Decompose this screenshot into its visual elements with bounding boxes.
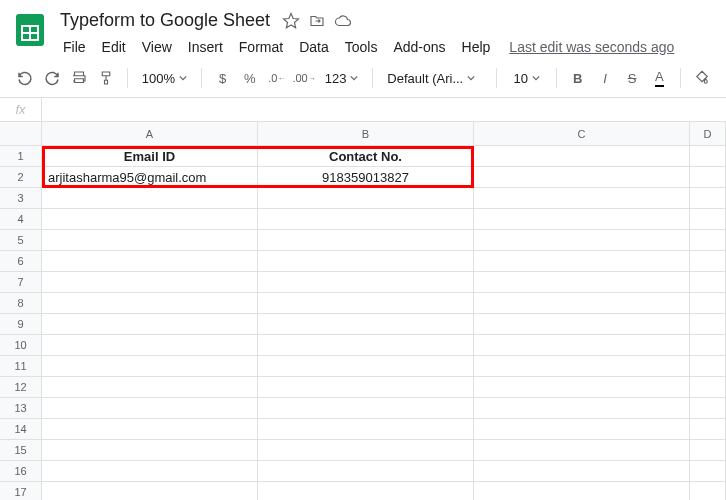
cell[interactable]	[690, 419, 726, 440]
doc-title[interactable]: Typeform to Google Sheet	[56, 8, 274, 33]
cell[interactable]: 918359013827	[258, 167, 474, 188]
cell[interactable]	[690, 251, 726, 272]
cell[interactable]	[42, 251, 258, 272]
row-header[interactable]: 13	[0, 398, 42, 419]
cell[interactable]: Email ID	[42, 146, 258, 167]
cell[interactable]	[42, 356, 258, 377]
cell[interactable]	[258, 398, 474, 419]
cell[interactable]	[474, 314, 690, 335]
increase-decimal-button[interactable]: .00→	[292, 65, 317, 91]
cell[interactable]	[42, 461, 258, 482]
row-header[interactable]: 12	[0, 377, 42, 398]
cell[interactable]	[690, 188, 726, 209]
cell[interactable]	[42, 209, 258, 230]
cell[interactable]	[690, 314, 726, 335]
cell[interactable]	[474, 461, 690, 482]
row-header[interactable]: 11	[0, 356, 42, 377]
star-icon[interactable]	[282, 12, 300, 30]
row-header[interactable]: 7	[0, 272, 42, 293]
cell[interactable]	[258, 230, 474, 251]
cell[interactable]	[258, 335, 474, 356]
print-button[interactable]	[66, 65, 91, 91]
cell[interactable]	[690, 230, 726, 251]
row-header[interactable]: 9	[0, 314, 42, 335]
col-header[interactable]: B	[258, 122, 474, 146]
row-header[interactable]: 10	[0, 335, 42, 356]
cell[interactable]	[42, 419, 258, 440]
row-header[interactable]: 3	[0, 188, 42, 209]
last-edit-link[interactable]: Last edit was seconds ago	[509, 39, 674, 55]
italic-button[interactable]: I	[592, 65, 617, 91]
cell[interactable]	[258, 440, 474, 461]
cell[interactable]	[42, 377, 258, 398]
cell[interactable]	[690, 146, 726, 167]
cell[interactable]	[258, 251, 474, 272]
row-header[interactable]: 1	[0, 146, 42, 167]
paint-format-button[interactable]	[94, 65, 119, 91]
row-header[interactable]: 17	[0, 482, 42, 500]
cloud-icon[interactable]	[334, 12, 352, 30]
font-size-dropdown[interactable]: 10	[505, 65, 548, 91]
undo-button[interactable]	[12, 65, 37, 91]
row-header[interactable]: 15	[0, 440, 42, 461]
cell[interactable]	[690, 272, 726, 293]
col-header[interactable]: A	[42, 122, 258, 146]
cell[interactable]	[474, 188, 690, 209]
row-header[interactable]: 6	[0, 251, 42, 272]
cell[interactable]	[690, 482, 726, 500]
menu-format[interactable]: Format	[232, 35, 290, 59]
cell[interactable]	[690, 356, 726, 377]
menu-edit[interactable]: Edit	[95, 35, 133, 59]
row-header[interactable]: 16	[0, 461, 42, 482]
cell[interactable]	[258, 293, 474, 314]
menu-addons[interactable]: Add-ons	[386, 35, 452, 59]
cell[interactable]	[474, 335, 690, 356]
cell[interactable]	[690, 461, 726, 482]
cell[interactable]	[42, 314, 258, 335]
menu-insert[interactable]: Insert	[181, 35, 230, 59]
currency-button[interactable]: $	[210, 65, 235, 91]
cell[interactable]	[474, 482, 690, 500]
percent-button[interactable]: %	[237, 65, 262, 91]
cell[interactable]	[258, 461, 474, 482]
col-header[interactable]: D	[690, 122, 726, 146]
cell[interactable]	[42, 230, 258, 251]
redo-button[interactable]	[39, 65, 64, 91]
row-header[interactable]: 14	[0, 419, 42, 440]
row-header[interactable]: 2	[0, 167, 42, 188]
cell[interactable]	[474, 272, 690, 293]
number-format-dropdown[interactable]: 123	[319, 65, 365, 91]
cell[interactable]	[42, 293, 258, 314]
cell[interactable]	[474, 377, 690, 398]
cell[interactable]	[258, 188, 474, 209]
cell[interactable]	[474, 167, 690, 188]
cell[interactable]	[690, 440, 726, 461]
cell[interactable]	[258, 209, 474, 230]
cell[interactable]	[474, 293, 690, 314]
cell[interactable]	[474, 209, 690, 230]
menu-view[interactable]: View	[135, 35, 179, 59]
select-all-corner[interactable]	[0, 122, 42, 146]
cell[interactable]	[690, 167, 726, 188]
cell[interactable]	[258, 377, 474, 398]
row-header[interactable]: 4	[0, 209, 42, 230]
cell[interactable]	[42, 335, 258, 356]
cell[interactable]	[690, 377, 726, 398]
cell[interactable]	[42, 398, 258, 419]
cell[interactable]: arjitasharma95@gmail.com	[42, 167, 258, 188]
cell[interactable]	[258, 482, 474, 500]
font-dropdown[interactable]: Default (Ari...	[381, 65, 488, 91]
cell[interactable]	[474, 419, 690, 440]
cell[interactable]	[258, 314, 474, 335]
menu-file[interactable]: File	[56, 35, 93, 59]
strike-button[interactable]: S	[620, 65, 645, 91]
cell[interactable]	[474, 440, 690, 461]
formula-input[interactable]	[42, 98, 726, 121]
cell[interactable]	[258, 356, 474, 377]
move-icon[interactable]	[308, 12, 326, 30]
cell[interactable]	[42, 440, 258, 461]
cell[interactable]	[690, 293, 726, 314]
cell[interactable]	[690, 335, 726, 356]
cell[interactable]	[42, 482, 258, 500]
fill-color-button[interactable]	[689, 65, 714, 91]
